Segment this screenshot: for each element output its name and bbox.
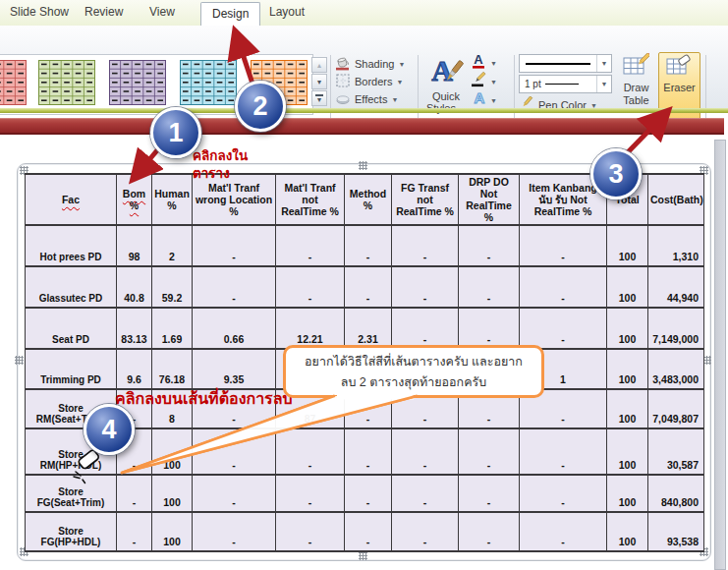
table-cell[interactable]: - (392, 512, 459, 551)
table-cell[interactable]: - (459, 428, 520, 475)
table-cell[interactable]: - (193, 475, 276, 512)
table-cell[interactable]: - (276, 475, 345, 512)
table-cell[interactable]: - (276, 266, 345, 308)
table-cell[interactable]: - (193, 225, 276, 266)
table-cell[interactable]: - (117, 475, 152, 512)
table-cell[interactable]: - (459, 225, 520, 266)
tab-layout[interactable]: Layout (269, 5, 305, 19)
table-resize-handle[interactable] (15, 356, 24, 365)
table-row-label[interactable]: Store FG(Seat+Trim) (26, 475, 117, 512)
table-cell[interactable]: 7,049,807 (648, 389, 704, 428)
table-cell[interactable]: - (392, 266, 459, 308)
table-cell[interactable]: 100 (607, 428, 648, 475)
table-cell[interactable]: - (345, 266, 392, 308)
table-cell[interactable]: 100 (607, 475, 648, 512)
table-cell[interactable]: 100 (152, 512, 193, 551)
table-cell[interactable]: 100 (607, 308, 648, 349)
vertical-scrollbar[interactable] (714, 140, 726, 570)
table-cell[interactable]: 100 (152, 475, 193, 512)
text-fill-button[interactable]: A ▼ (471, 54, 508, 72)
table-style-thumbnail-red[interactable] (0, 60, 27, 105)
table-row-label[interactable]: Glassutec PD (26, 266, 117, 308)
table-cell[interactable]: 100 (607, 389, 648, 428)
table-cell[interactable]: - (520, 475, 607, 512)
table-cell[interactable]: 1.69 (152, 308, 193, 349)
table-cell[interactable]: 100 (152, 428, 193, 475)
tab-slide-show[interactable]: Slide Show (10, 5, 69, 19)
gallery-scroll-down-button[interactable]: ▾ (311, 74, 327, 89)
pen-weight-select[interactable]: 1 pt ▼ (519, 75, 612, 93)
table-cell[interactable]: - (193, 428, 276, 475)
table-header-cell[interactable]: Human % (152, 174, 193, 225)
table-row-label[interactable]: Seat PD (26, 308, 117, 349)
table-header-cell[interactable]: FG Transf not RealTime % (392, 174, 459, 225)
table-style-thumbnail-blue[interactable] (180, 60, 237, 105)
effects-button[interactable]: Effects▼ (335, 90, 418, 108)
table-cell[interactable]: 30,587 (648, 428, 704, 475)
table-header-cell[interactable]: Method % (345, 174, 392, 225)
table-cell[interactable]: 100 (607, 512, 648, 551)
table-cell[interactable]: - (520, 428, 607, 475)
tab-review[interactable]: Review (84, 5, 123, 19)
table-header-cell[interactable]: Fac (26, 174, 117, 225)
table-header-cell[interactable]: DRP DO Not RealTime % (459, 174, 520, 225)
table-cell[interactable]: 2.31 (345, 308, 392, 349)
table-cell[interactable]: - (276, 225, 345, 266)
table-cell[interactable]: - (459, 475, 520, 512)
table-cell[interactable]: - (193, 266, 276, 308)
table-row-label[interactable]: Hot prees PD (26, 225, 117, 266)
table-resize-handle[interactable] (359, 161, 367, 170)
table-cell[interactable]: - (193, 512, 276, 551)
table-header-cell[interactable]: Mat'l Tranf not RealTime % (276, 174, 345, 225)
shading-button[interactable]: Shading▼ (335, 55, 418, 73)
table-cell[interactable]: 840,800 (648, 475, 704, 512)
tab-design[interactable]: Design (200, 2, 260, 27)
table-cell[interactable]: - (276, 428, 345, 475)
table-cell[interactable]: - (276, 512, 345, 551)
table-cell[interactable]: 76.18 (152, 349, 193, 389)
table-cell[interactable]: 98 (117, 225, 152, 266)
borders-button[interactable]: Borders▼ (335, 73, 418, 90)
table-cell[interactable]: 100 (607, 266, 648, 308)
table-cell[interactable]: 93,538 (648, 512, 704, 551)
table-cell[interactable]: - (520, 266, 607, 308)
table-cell[interactable]: - (345, 475, 392, 512)
table-header-cell[interactable]: Bom % (117, 174, 152, 225)
table-cell[interactable]: 59.2 (152, 266, 193, 308)
table-cell[interactable]: - (392, 308, 459, 349)
table-cell[interactable]: - (345, 225, 392, 266)
table-style-thumbnail-green[interactable] (38, 60, 95, 105)
table-cell[interactable]: - (520, 225, 607, 266)
table-style-thumbnail-purple[interactable] (109, 60, 166, 105)
text-outline-button[interactable]: ▼ (471, 73, 508, 90)
table-cell[interactable]: 100 (607, 349, 648, 389)
table-cell[interactable]: 1,310 (648, 225, 704, 266)
table-cell[interactable]: - (459, 266, 520, 308)
gallery-scroll-up-button[interactable]: ▴ (311, 57, 327, 73)
table-cell[interactable]: - (459, 308, 520, 349)
table-cell[interactable]: 40.8 (117, 266, 152, 308)
table-cell[interactable]: 100 (607, 225, 648, 266)
table-cell[interactable]: - (345, 512, 392, 551)
table-cell[interactable]: 83.13 (117, 308, 152, 349)
table-cell[interactable]: - (520, 512, 607, 551)
gallery-more-button[interactable]: ▾ (311, 90, 327, 106)
pen-style-select[interactable]: ▼ (519, 54, 612, 73)
table-cell[interactable]: - (392, 428, 459, 475)
table-resize-handle[interactable] (359, 551, 367, 560)
table-cell[interactable]: - (345, 428, 392, 475)
table-cell[interactable]: 9.35 (193, 349, 276, 389)
text-effects-button[interactable]: A ▼ (471, 91, 508, 109)
table-row-label[interactable]: Store FG(HP+HDL) (26, 512, 117, 551)
table-cell[interactable]: - (117, 512, 152, 551)
table-cell[interactable]: 12.21 (276, 308, 345, 349)
tab-view[interactable]: View (149, 5, 175, 19)
table-cell[interactable]: 7,149,000 (648, 308, 704, 349)
table-cell[interactable]: - (392, 225, 459, 266)
table-cell[interactable]: - (520, 308, 607, 349)
table-header-cell[interactable]: Cost(Bath) (648, 174, 704, 225)
table-cell[interactable]: - (459, 512, 520, 551)
table-cell[interactable]: 0.66 (193, 308, 276, 349)
table-cell[interactable]: - (392, 475, 459, 512)
table-cell[interactable]: 9.6 (117, 349, 152, 389)
